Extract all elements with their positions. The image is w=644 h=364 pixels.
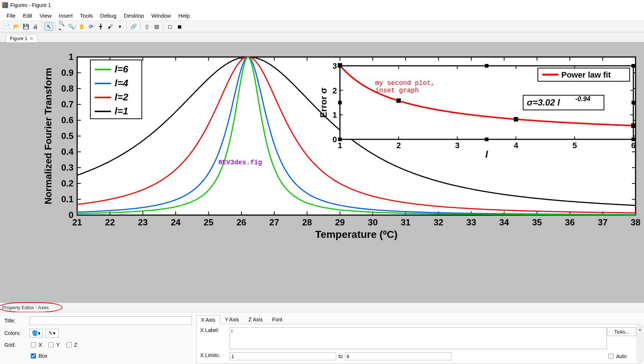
edit-plot-icon[interactable]: ↖ — [44, 22, 53, 31]
xlimits-from-input[interactable] — [230, 352, 336, 360]
svg-text:21: 21 — [72, 217, 82, 227]
property-editor-title: Property Editor - Axes — [2, 305, 48, 310]
rotate3d-icon[interactable]: ⟳ — [87, 22, 96, 31]
figure-tab-1[interactable]: Figure 1 ✕ — [6, 34, 37, 42]
xlimits-to-input[interactable] — [345, 352, 451, 360]
svg-text:2: 2 — [332, 86, 337, 95]
open-icon[interactable]: 📂 — [12, 22, 21, 31]
xlabel-input[interactable] — [230, 327, 607, 349]
svg-text:my second plot,: my second plot, — [375, 79, 435, 87]
data-cursor-icon[interactable]: ╋ — [96, 22, 105, 31]
link-axes-icon[interactable]: 🔗 — [129, 22, 138, 31]
property-editor-scrollbar[interactable]: ▲ — [637, 326, 643, 362]
tab-font[interactable]: Font — [267, 315, 287, 324]
svg-text:3: 3 — [332, 61, 337, 71]
menu-window[interactable]: Window — [148, 11, 175, 20]
svg-rect-103 — [485, 64, 489, 68]
grid-x-checkbox[interactable] — [31, 342, 36, 347]
menu-debug[interactable]: Debug — [97, 11, 120, 20]
title-bar: Figures - Figure 1 — [0, 0, 644, 10]
scroll-up-icon[interactable]: ▲ — [637, 326, 643, 332]
svg-rect-106 — [632, 101, 635, 104]
print-icon[interactable]: 🖨 — [31, 22, 40, 31]
svg-text:25: 25 — [204, 217, 213, 227]
menu-insert[interactable]: Insert — [55, 11, 76, 20]
svg-text:0.1: 0.1 — [61, 194, 73, 204]
svg-text:3: 3 — [455, 141, 460, 150]
figure-toolbar: 📄📂💾🖨↖🔍+🔍-✋⟳╋🖌▾🔗▯▤◻◼ — [0, 21, 644, 32]
menu-tools[interactable]: Tools — [76, 11, 97, 20]
close-tab-icon[interactable]: ✕ — [30, 36, 33, 41]
svg-text:36: 36 — [565, 217, 575, 227]
insert-legend-icon[interactable]: ▤ — [152, 22, 161, 31]
brush-icon[interactable]: 🖌 — [106, 22, 115, 31]
xlimits-to-label: to — [338, 353, 343, 359]
tab-z-axis[interactable]: Z Axis — [244, 315, 267, 324]
toolbar-separator — [140, 23, 140, 30]
svg-text:REV3des.fig: REV3des.fig — [218, 159, 262, 166]
grid-y-option[interactable]: Y — [47, 341, 60, 349]
grid-z-option[interactable]: Z — [65, 341, 78, 349]
edge-color-button[interactable]: ✎▾ — [46, 329, 59, 338]
xlabel-label: X Label: — [200, 327, 226, 349]
svg-text:35: 35 — [532, 217, 542, 227]
svg-text:1: 1 — [338, 141, 342, 150]
pan-icon[interactable]: ✋ — [77, 22, 86, 31]
property-editor-body: Title: Colors: 🪣▾ ✎▾ Grid: X Y Z Box X A… — [0, 312, 644, 364]
menu-edit[interactable]: Edit — [19, 11, 36, 20]
grid-x-option[interactable]: X — [29, 341, 42, 349]
brush-dropdown-icon[interactable]: ▾ — [115, 22, 124, 31]
grid-z-checkbox[interactable] — [66, 342, 72, 347]
toolbar-separator — [42, 23, 42, 30]
svg-text:0.4: 0.4 — [61, 147, 74, 157]
figure-canvas-area: 21222324252627282930313233343536373800.1… — [0, 42, 644, 303]
toolbar-separator — [55, 23, 56, 30]
menu-view[interactable]: View — [36, 11, 55, 20]
svg-text:30: 30 — [368, 217, 378, 227]
insert-colorbar-icon[interactable]: ▯ — [143, 22, 151, 31]
hide-tools-icon[interactable]: ◻ — [166, 22, 175, 31]
show-tools-icon[interactable]: ◼ — [175, 22, 184, 31]
svg-text:0: 0 — [332, 135, 337, 144]
svg-text:6: 6 — [631, 141, 636, 150]
svg-text:29: 29 — [335, 217, 345, 227]
svg-text:l=4: l=4 — [115, 78, 128, 89]
title-input[interactable] — [29, 316, 192, 325]
svg-rect-142 — [338, 63, 342, 68]
face-color-button[interactable]: 🪣▾ — [29, 329, 43, 338]
menu-file[interactable]: File — [3, 11, 19, 20]
svg-text:Normalized Fourier Transform: Normalized Fourier Transform — [43, 68, 54, 204]
auto-option[interactable]: Auto — [607, 352, 636, 360]
svg-text:24: 24 — [171, 217, 181, 227]
svg-text:23: 23 — [138, 217, 148, 227]
new-figure-icon[interactable]: 📄 — [2, 22, 11, 31]
svg-rect-144 — [514, 117, 518, 121]
svg-text:26: 26 — [237, 217, 247, 227]
svg-text:0: 0 — [69, 210, 73, 220]
svg-text:34: 34 — [499, 217, 509, 227]
svg-text:2: 2 — [396, 141, 401, 150]
axis-tab-body: X Label: Ticks... X Limits: to Auto — [196, 324, 640, 364]
svg-text:l: l — [485, 149, 488, 160]
svg-text:Power law fit: Power law fit — [561, 70, 611, 79]
zoom-out-icon[interactable]: 🔍- — [68, 22, 76, 31]
tab-x-axis[interactable]: X Axis — [196, 315, 220, 324]
zoom-in-icon[interactable]: 🔍+ — [58, 22, 67, 31]
svg-text:inset graph: inset graph — [375, 87, 419, 94]
box-option[interactable]: Box — [29, 352, 47, 360]
box-checkbox[interactable] — [31, 353, 36, 358]
svg-text:l=1: l=1 — [115, 106, 128, 117]
menu-help[interactable]: Help — [175, 11, 193, 20]
tab-y-axis[interactable]: Y Axis — [220, 315, 244, 324]
menu-desktop[interactable]: Desktop — [120, 11, 148, 20]
grid-y-checkbox[interactable] — [48, 342, 54, 347]
save-icon[interactable]: 💾 — [21, 22, 30, 31]
svg-text:0.8: 0.8 — [61, 83, 73, 93]
svg-text:38: 38 — [631, 217, 641, 227]
title-label: Title: — [4, 318, 26, 324]
auto-checkbox[interactable] — [608, 354, 614, 359]
figure-svg[interactable]: 21222324252627282930313233343536373800.1… — [0, 42, 644, 270]
ticks-button[interactable]: Ticks... — [607, 327, 636, 336]
svg-text:0.9: 0.9 — [61, 68, 73, 78]
xlimits-label: X Limits: — [200, 352, 226, 360]
